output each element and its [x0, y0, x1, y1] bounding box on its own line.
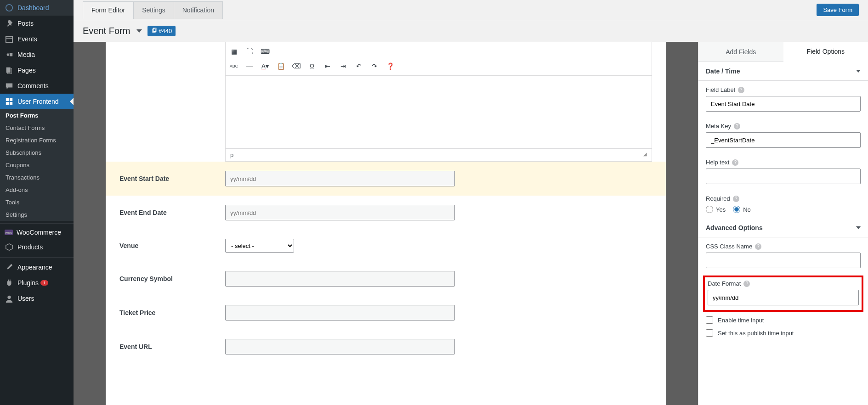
- field-row-event-url[interactable]: Event URL: [106, 330, 666, 364]
- sub-transactions[interactable]: Transactions: [0, 171, 74, 184]
- field-input-date[interactable]: [225, 205, 455, 220]
- input-field-label[interactable]: [706, 96, 861, 112]
- sub-registration-forms[interactable]: Registration Forms: [0, 134, 74, 146]
- sidebar-item-pages[interactable]: Pages: [0, 62, 74, 78]
- checkbox-enable-time[interactable]: Enable time input: [698, 314, 868, 326]
- sidebar-item-appearance[interactable]: Appearance: [0, 259, 74, 275]
- toolbar-hr-icon[interactable]: —: [245, 62, 254, 71]
- radio-required-yes[interactable]: Yes: [706, 206, 726, 213]
- sidebar-item-user-frontend[interactable]: User Frontend: [0, 94, 74, 109]
- tab-notification[interactable]: Notification: [174, 1, 223, 19]
- toolbar-undo-icon[interactable]: ↶: [354, 62, 363, 71]
- field-row-venue[interactable]: Venue - select -: [106, 230, 666, 262]
- field-row-ticket-price[interactable]: Ticket Price: [106, 296, 666, 330]
- canvas-scrollbar[interactable]: ▦ ⛶ ⌨ ABC — A▾ 📋 ⌫ Ω ⇤: [106, 42, 666, 405]
- comment-icon: [5, 81, 14, 90]
- grid-icon: [5, 97, 14, 106]
- svg-rect-7: [6, 98, 9, 101]
- sidebar-item-events[interactable]: Events: [0, 31, 74, 47]
- sidebar-label: Comments: [17, 82, 49, 90]
- sub-settings[interactable]: Settings: [0, 208, 74, 221]
- toolbar-redo-icon[interactable]: ↷: [370, 62, 379, 71]
- toolbar-textcolor-icon[interactable]: A▾: [261, 62, 270, 71]
- toolbar-indent-icon[interactable]: ⇥: [339, 62, 348, 71]
- sidebar-item-media[interactable]: Media: [0, 47, 74, 62]
- toolbar-omega-icon[interactable]: Ω: [307, 62, 317, 71]
- woo-icon: woo: [5, 230, 13, 235]
- toolbar-keyboard-icon[interactable]: ⌨: [261, 47, 270, 56]
- help-icon[interactable]: ?: [743, 281, 750, 287]
- sub-tools[interactable]: Tools: [0, 196, 74, 208]
- help-icon[interactable]: ?: [733, 196, 739, 202]
- help-icon[interactable]: ?: [732, 159, 738, 166]
- field-select-venue[interactable]: - select -: [225, 239, 294, 253]
- input-date-format[interactable]: [708, 290, 859, 305]
- main-content: Form Editor Settings Notification Save F…: [74, 0, 868, 405]
- toolbar-help-icon[interactable]: ❓: [386, 62, 395, 71]
- panel-tab-add-fields[interactable]: Add Fields: [698, 42, 783, 62]
- section-date-time[interactable]: Date / Time: [698, 62, 868, 81]
- chevron-down-icon[interactable]: [136, 29, 142, 33]
- field-label: Ticket Price: [119, 309, 225, 316]
- brush-icon: [5, 263, 14, 272]
- help-icon[interactable]: ?: [734, 123, 740, 129]
- svg-rect-4: [10, 53, 12, 56]
- save-form-button[interactable]: Save Form: [817, 4, 859, 16]
- field-input-date[interactable]: [225, 171, 455, 186]
- field-row-event-start-date[interactable]: Event Start Date: [106, 162, 666, 196]
- resize-handle-icon[interactable]: ◢: [643, 152, 647, 158]
- main-tabs: Form Editor Settings Notification: [83, 1, 222, 19]
- label-meta-key: Meta Key?: [706, 123, 861, 129]
- input-css-class[interactable]: [706, 253, 861, 268]
- field-row-event-end-date[interactable]: Event End Date: [106, 196, 666, 230]
- sub-post-forms[interactable]: Post Forms: [0, 109, 74, 122]
- sidebar-item-plugins[interactable]: Plugins1: [0, 275, 74, 291]
- field-label: Currency Symbol: [119, 275, 225, 282]
- field-input-text[interactable]: [225, 339, 455, 354]
- user-icon: [5, 294, 14, 303]
- sub-coupons[interactable]: Coupons: [0, 159, 74, 171]
- label-date-format: Date Format?: [708, 280, 859, 287]
- sidebar-item-products[interactable]: Products: [0, 239, 74, 255]
- sidebar-label: Pages: [17, 67, 36, 74]
- toolbar-fullscreen-icon[interactable]: ⛶: [245, 47, 254, 56]
- panel-scrollbar[interactable]: Date / Time Field Label? Meta Key? Help …: [698, 62, 868, 405]
- sidebar-item-dashboard[interactable]: Dashboard: [0, 0, 74, 16]
- field-row-currency[interactable]: Currency Symbol: [106, 262, 666, 296]
- titlebar: Event Form #440: [74, 20, 868, 42]
- sub-contact-forms[interactable]: Contact Forms: [0, 122, 74, 134]
- toolbar-eraser-icon[interactable]: ⌫: [292, 62, 301, 71]
- toolbar-paste-icon[interactable]: 📋: [276, 62, 285, 71]
- sidebar-item-woocommerce[interactable]: wooWooCommerce: [0, 225, 74, 239]
- plug-icon: [5, 278, 14, 287]
- section-advanced-options[interactable]: Advanced Options: [698, 219, 868, 237]
- field-input-text[interactable]: [225, 271, 455, 287]
- sidebar-item-users[interactable]: Users: [0, 291, 74, 306]
- sidebar-item-posts[interactable]: Posts: [0, 16, 74, 31]
- input-help-text[interactable]: [706, 169, 861, 184]
- calendar-icon: [5, 34, 14, 44]
- radio-required-no[interactable]: No: [733, 206, 751, 213]
- toolbar-strikethrough-icon[interactable]: ABC: [229, 62, 238, 71]
- wysiwyg-editor[interactable]: [225, 75, 652, 149]
- sidebar-label: WooCommerce: [17, 229, 61, 236]
- sub-subscriptions[interactable]: Subscriptions: [0, 146, 74, 159]
- field-input-text[interactable]: [225, 305, 455, 321]
- panel-tab-field-options[interactable]: Field Options: [783, 42, 868, 62]
- sidebar-label: Dashboard: [17, 4, 49, 11]
- sidebar-item-comments[interactable]: Comments: [0, 78, 74, 94]
- input-meta-key[interactable]: [706, 132, 861, 148]
- toolbar-outdent-icon[interactable]: ⇤: [323, 62, 332, 71]
- checkbox-publish-time[interactable]: Set this as publish time input: [698, 326, 868, 339]
- help-icon[interactable]: ?: [755, 243, 761, 250]
- panel-tabs: Add Fields Field Options: [698, 42, 868, 62]
- sub-add-ons[interactable]: Add-ons: [0, 184, 74, 196]
- tab-settings[interactable]: Settings: [133, 1, 174, 19]
- admin-sidebar: Dashboard Posts Events Media Pages Comme…: [0, 0, 74, 405]
- toolbar-table-icon[interactable]: ▦: [229, 47, 238, 56]
- svg-rect-1: [6, 37, 12, 43]
- form-title: Event Form: [83, 26, 130, 36]
- form-id-badge[interactable]: #440: [148, 26, 176, 36]
- tab-form-editor[interactable]: Form Editor: [83, 1, 134, 19]
- help-icon[interactable]: ?: [738, 87, 744, 93]
